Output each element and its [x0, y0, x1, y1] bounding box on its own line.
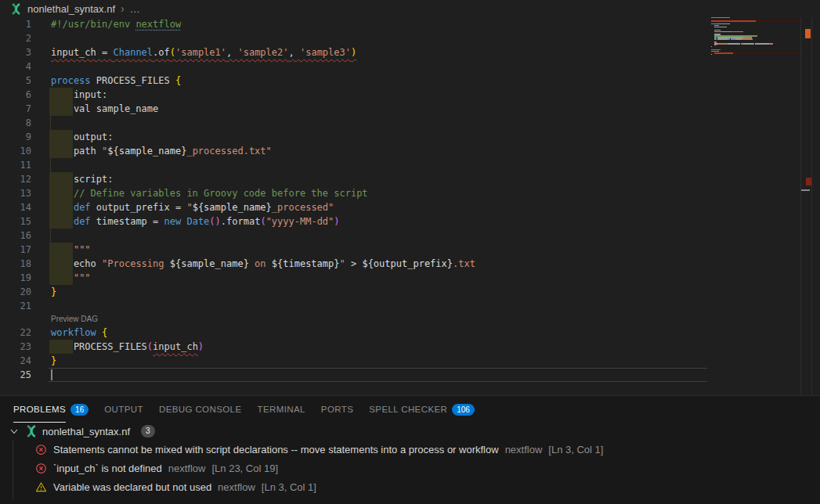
code-line[interactable]: 23 PROCESS_FILES(input_ch) [0, 340, 812, 354]
indent-guide [50, 229, 51, 243]
code-line[interactable]: 7 val sample_name [0, 102, 812, 116]
tab-count-badge: 106 [452, 404, 475, 416]
code-line[interactable]: 21 [0, 299, 812, 313]
code-line[interactable]: 9 output: [0, 130, 812, 144]
code-line-text: input: [51, 88, 107, 102]
problem-message: `input_ch` is not defined [53, 463, 162, 474]
problems-file-row[interactable]: nonlethal_syntax.nf 3 [0, 423, 820, 440]
line-number[interactable]: 17 [0, 243, 31, 257]
code-line[interactable]: 1#!/usr/bin/env nextflow [0, 17, 812, 31]
code-line[interactable]: 15 def timestamp = new Date().format("yy… [0, 214, 812, 229]
code-line-text: def output_prefix = "${sample_name}_proc… [51, 200, 334, 214]
code-line[interactable]: 19 """ [0, 271, 812, 285]
code-line[interactable]: 8 [0, 116, 812, 130]
code-line-text: process PROCESS_FILES { [51, 74, 181, 88]
problem-message: Variable was declared but not used [53, 481, 211, 493]
tree-indent-guide [13, 441, 13, 499]
problem-row[interactable]: Variable was declared but not usednextfl… [0, 477, 820, 496]
line-number[interactable]: 2 [0, 31, 31, 45]
code-line[interactable]: 6 input: [0, 88, 812, 102]
line-number[interactable]: 22 [0, 326, 31, 340]
line-number[interactable]: 3 [0, 45, 31, 59]
code-line-text: PROCESS_FILES(input_ch) [51, 340, 204, 354]
panel-tab-terminal[interactable]: TERMINAL [257, 396, 305, 423]
code-line-text: """ [51, 243, 91, 257]
code-line[interactable]: 20} [0, 285, 812, 299]
code-editor[interactable]: 1#!/usr/bin/env nextflow23input_ch = Cha… [0, 17, 812, 382]
error-icon [35, 463, 47, 474]
code-line[interactable]: 18 echo "Processing ${sample_name} on ${… [0, 257, 812, 271]
line-number[interactable]: 4 [0, 59, 31, 74]
line-number[interactable]: 1 [0, 17, 31, 31]
line-number[interactable]: 10 [0, 144, 31, 158]
chevron-down-icon[interactable] [8, 425, 20, 437]
breadcrumb-file[interactable]: nonlethal_syntax.nf [27, 3, 115, 15]
line-number[interactable]: 18 [0, 257, 31, 271]
code-line[interactable]: 11 [0, 158, 812, 172]
panel-tab-label: SPELL CHECKER [369, 397, 447, 423]
minimap-line [711, 45, 717, 45]
code-line-text: val sample_name [51, 102, 158, 116]
warning-icon [35, 481, 47, 493]
line-number[interactable]: 24 [0, 354, 31, 368]
problem-row[interactable]: `input_ch` is not definednextflow[Ln 23,… [0, 459, 820, 477]
code-line[interactable]: 4 [0, 59, 812, 74]
code-line-text: // Define variables in Groovy code befor… [51, 186, 368, 200]
panel-tab-debug-console[interactable]: DEBUG CONSOLE [159, 396, 242, 423]
code-line[interactable]: 25 [0, 368, 812, 382]
code-line[interactable]: 16 [0, 229, 812, 243]
line-number[interactable]: 7 [0, 102, 31, 116]
line-number[interactable]: 6 [0, 88, 31, 102]
line-number[interactable]: 16 [0, 229, 31, 243]
breadcrumb-more[interactable]: … [130, 3, 140, 15]
line-number[interactable]: 5 [0, 74, 31, 88]
line-number[interactable]: 9 [0, 130, 31, 144]
code-line[interactable]: 5process PROCESS_FILES { [0, 74, 812, 88]
minimap-line [711, 27, 727, 27]
panel-tab-output[interactable]: OUTPUT [104, 396, 143, 423]
overview-ruler-error-marker[interactable] [806, 178, 811, 185]
problem-row[interactable]: Statements cannot be mixed with script d… [0, 440, 820, 459]
line-number[interactable]: 14 [0, 200, 31, 214]
line-number[interactable]: 21 [0, 299, 31, 313]
code-line-text: script: [51, 172, 113, 186]
code-line[interactable]: 14 def output_prefix = "${sample_name}_p… [0, 200, 812, 214]
panel-tab-problems[interactable]: PROBLEMS16 [13, 396, 89, 423]
line-number[interactable]: 11 [0, 158, 31, 172]
panel-tab-ports[interactable]: PORTS [321, 396, 353, 423]
line-number[interactable]: 15 [0, 214, 31, 229]
overview-ruler-cursor-marker [801, 189, 810, 191]
line-number[interactable]: 12 [0, 172, 31, 186]
panel-tab-label: OUTPUT [104, 397, 143, 423]
code-line[interactable]: 13 // Define variables in Groovy code be… [0, 186, 812, 200]
breadcrumb[interactable]: nonlethal_syntax.nf › … [0, 0, 820, 17]
overview-ruler-error-warning-marker[interactable] [805, 29, 811, 38]
codelens-preview-dag[interactable]: Preview DAG [0, 313, 812, 326]
line-number[interactable]: 23 [0, 340, 31, 354]
code-line[interactable]: 3input_ch = Channel.of('sample1', 'sampl… [0, 45, 812, 59]
problem-source: nextflow [168, 463, 206, 474]
tab-count-badge: 16 [70, 404, 89, 416]
code-line[interactable]: 12 script: [0, 172, 812, 186]
minimap[interactable] [709, 17, 800, 377]
code-line[interactable]: 24} [0, 354, 812, 368]
code-line[interactable]: 22workflow { [0, 326, 812, 340]
code-line[interactable]: 10 path "${sample_name}_processed.txt" [0, 144, 812, 158]
code-line[interactable]: 17 """ [0, 243, 812, 257]
indent-guide [50, 158, 51, 172]
line-number[interactable]: 19 [0, 271, 31, 285]
minimap-border [800, 17, 801, 395]
line-number[interactable]: 20 [0, 285, 31, 299]
error-icon [35, 444, 47, 455]
problems-list: Statements cannot be mixed with script d… [0, 440, 820, 496]
panel-tab-spell-checker[interactable]: SPELL CHECKER106 [369, 396, 475, 423]
problem-message: Statements cannot be mixed with script d… [53, 444, 499, 455]
line-number[interactable]: 8 [0, 116, 31, 130]
minimap-line [711, 54, 712, 55]
line-number[interactable]: 25 [0, 368, 31, 382]
line-number[interactable]: 13 [0, 186, 31, 200]
code-line-text: } [51, 285, 56, 299]
minimap-line [711, 46, 712, 47]
code-line[interactable]: 2 [0, 31, 812, 45]
minimap-error-line [711, 20, 756, 22]
